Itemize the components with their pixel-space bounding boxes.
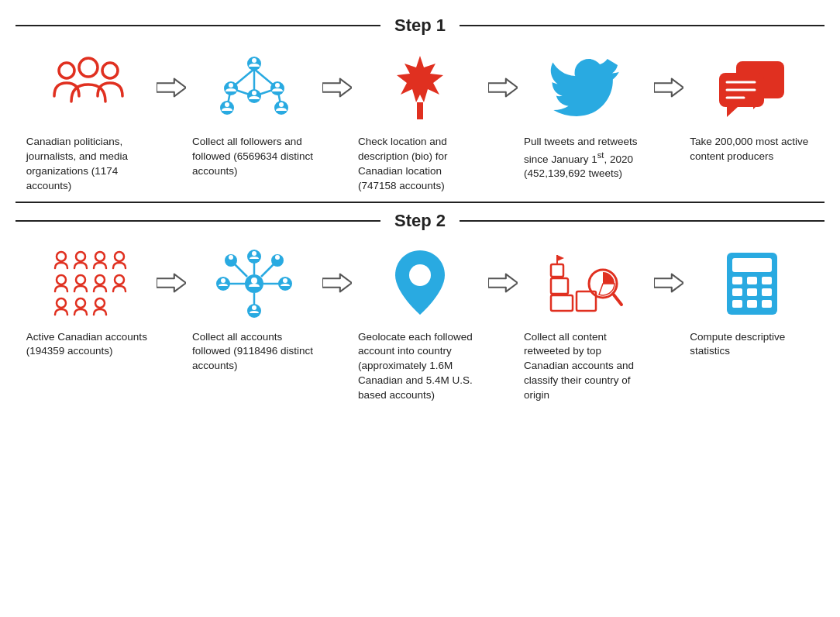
step2-item-collect-followed-desc: Collect all accounts followed (9118496 d… bbox=[192, 330, 316, 374]
svg-rect-83 bbox=[732, 288, 742, 296]
arrow1 bbox=[153, 50, 190, 98]
svg-rect-70 bbox=[551, 278, 568, 294]
step1-section: Step 1 Canadian politicians, bbox=[15, 16, 825, 194]
star-network-icon bbox=[212, 245, 297, 322]
step1-item-followers-desc: Collect all followers and followed (6569… bbox=[192, 135, 316, 179]
svg-point-1 bbox=[102, 63, 118, 78]
svg-rect-81 bbox=[747, 277, 757, 284]
svg-point-44 bbox=[95, 298, 105, 308]
svg-point-41 bbox=[115, 275, 124, 284]
step2-item-collect-content-desc: Collect all content retweeted by top Can… bbox=[524, 330, 648, 403]
arrow2 bbox=[319, 50, 356, 98]
svg-point-20 bbox=[225, 102, 229, 107]
svg-point-18 bbox=[252, 91, 256, 95]
twitter-bird-icon bbox=[543, 50, 628, 127]
politicians-icon bbox=[46, 50, 131, 127]
step1-item-location-desc: Check location and description (bio) for… bbox=[358, 135, 482, 194]
calculator-icon bbox=[709, 245, 794, 322]
step1-item-active-desc: Take 200,000 most active content produce… bbox=[690, 135, 814, 164]
svg-line-53 bbox=[261, 264, 274, 277]
svg-point-39 bbox=[76, 275, 85, 284]
svg-rect-71 bbox=[551, 264, 563, 277]
step2-item-compute-desc: Compute descriptive statistics bbox=[690, 330, 814, 360]
section-divider bbox=[15, 202, 825, 203]
svg-marker-3 bbox=[157, 79, 186, 97]
svg-line-52 bbox=[235, 264, 247, 277]
svg-point-0 bbox=[59, 63, 74, 78]
svg-rect-79 bbox=[732, 258, 772, 272]
svg-rect-86 bbox=[732, 300, 742, 308]
arrow4 bbox=[651, 50, 687, 98]
svg-point-22 bbox=[279, 102, 284, 107]
svg-point-57 bbox=[252, 305, 256, 310]
svg-marker-30 bbox=[727, 107, 738, 117]
step2-header: Step 2 bbox=[15, 211, 825, 231]
svg-rect-87 bbox=[747, 300, 757, 308]
step1-label: Step 1 bbox=[380, 16, 460, 36]
svg-rect-85 bbox=[762, 288, 772, 296]
svg-marker-25 bbox=[488, 79, 518, 97]
svg-point-40 bbox=[95, 275, 105, 284]
svg-point-36 bbox=[95, 252, 105, 261]
arrow8 bbox=[651, 245, 687, 294]
svg-point-34 bbox=[57, 252, 66, 261]
step2-line-left bbox=[15, 220, 380, 222]
svg-marker-66 bbox=[322, 274, 352, 291]
step1-item-active: Take 200,000 most active content produce… bbox=[687, 50, 817, 164]
step2-item-active-canadian-desc: Active Canadian accounts (194359 account… bbox=[26, 330, 150, 360]
svg-marker-77 bbox=[654, 274, 683, 291]
step2-item-geolocate: Geolocate each followed account into cou… bbox=[355, 245, 485, 403]
step1-flow: Canadian politicians, journalists, and m… bbox=[15, 50, 825, 194]
svg-point-63 bbox=[229, 255, 233, 260]
step2-item-geolocate-desc: Geolocate each followed account into cou… bbox=[358, 330, 482, 403]
network-icon bbox=[212, 50, 297, 127]
step2-section: Step 2 bbox=[15, 211, 825, 403]
svg-point-43 bbox=[76, 298, 85, 308]
svg-point-14 bbox=[229, 83, 233, 88]
svg-point-42 bbox=[57, 298, 66, 308]
svg-point-61 bbox=[283, 278, 287, 283]
svg-point-47 bbox=[251, 277, 257, 284]
step2-label: Step 2 bbox=[380, 211, 460, 231]
svg-marker-23 bbox=[322, 79, 352, 97]
step2-item-collect-content: Collect all content retweeted by top Can… bbox=[521, 245, 651, 403]
arrow7 bbox=[485, 245, 522, 294]
svg-rect-69 bbox=[551, 295, 573, 311]
svg-marker-68 bbox=[488, 274, 518, 291]
svg-point-16 bbox=[275, 83, 280, 88]
svg-point-59 bbox=[221, 278, 225, 283]
analytics-icon bbox=[543, 245, 628, 322]
step1-item-politicians-desc: Canadian politicians, journalists, and m… bbox=[26, 135, 150, 194]
step1-item-followers: Collect all followers and followed (6569… bbox=[189, 50, 319, 179]
svg-point-35 bbox=[76, 252, 85, 261]
svg-rect-80 bbox=[732, 277, 742, 284]
step2-line-right bbox=[460, 220, 825, 222]
step1-line-right bbox=[460, 25, 825, 26]
svg-line-74 bbox=[613, 294, 621, 305]
svg-point-37 bbox=[115, 252, 124, 261]
location-pin-icon bbox=[377, 245, 463, 322]
svg-point-55 bbox=[252, 251, 256, 256]
arrow3 bbox=[485, 50, 522, 98]
arrow5 bbox=[153, 245, 190, 294]
svg-point-65 bbox=[275, 255, 280, 260]
people-group-icon bbox=[46, 245, 131, 322]
svg-point-67 bbox=[409, 264, 431, 286]
step2-item-active-canadian: Active Canadian accounts (194359 account… bbox=[23, 245, 153, 360]
step2-flow: Active Canadian accounts (194359 account… bbox=[15, 245, 825, 403]
step1-line-left bbox=[15, 25, 380, 26]
svg-marker-76 bbox=[557, 255, 564, 261]
svg-point-38 bbox=[57, 275, 66, 284]
step2-item-compute: Compute descriptive statistics bbox=[687, 245, 817, 360]
svg-marker-45 bbox=[157, 274, 186, 291]
step1-item-tweets: Pull tweets and retweets since January 1… bbox=[521, 50, 651, 181]
svg-rect-24 bbox=[417, 102, 423, 119]
chat-bubbles-icon bbox=[709, 50, 794, 127]
svg-point-12 bbox=[252, 58, 256, 63]
arrow6 bbox=[319, 245, 356, 294]
svg-marker-26 bbox=[654, 79, 683, 97]
svg-rect-88 bbox=[762, 300, 772, 308]
step2-item-collect-followed: Collect all accounts followed (9118496 d… bbox=[189, 245, 319, 374]
step1-item-tweets-desc: Pull tweets and retweets since January 1… bbox=[524, 135, 648, 181]
step1-header: Step 1 bbox=[15, 16, 825, 36]
